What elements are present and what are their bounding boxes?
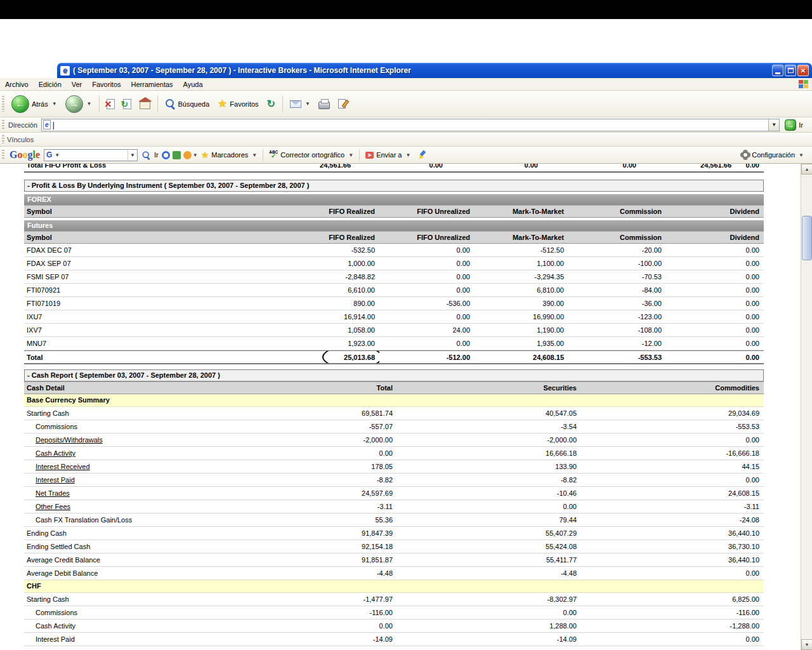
google-bookmarks-button[interactable]: ★ Marcadores ▼: [198, 148, 261, 162]
clipped-total-value: 0.00: [542, 164, 641, 171]
value-cell: -24.08: [581, 514, 764, 526]
cash-row-starting-cash: Starting Cash-1,477.97-8,302.976,825.00: [24, 593, 764, 606]
send-to-button[interactable]: ➤ Enviar a ▼: [362, 148, 414, 162]
cash-detail-label: Commissions: [24, 420, 214, 433]
address-bar-grip[interactable]: [2, 120, 4, 129]
minimize-icon: [775, 72, 780, 74]
google-search-dropdown[interactable]: ▼: [128, 150, 137, 161]
google-settings-button[interactable]: Configuración ▼: [738, 148, 807, 162]
cash-detail-link[interactable]: Interest Paid: [24, 474, 214, 486]
value-cell: -557.07: [214, 420, 397, 433]
google-autolink-icon[interactable]: [173, 151, 181, 159]
clipped-total-fifo-row: Total FIFO Profit & Loss24,561.660.000.0…: [24, 164, 764, 173]
value-cell: 55.36: [214, 514, 397, 526]
google-more-dropdown-icon[interactable]: ▼: [193, 152, 198, 158]
cash-detail-link[interactable]: Other Fees: [24, 500, 214, 513]
google-logo-letter: e: [36, 149, 40, 160]
go-button[interactable]: → Ir: [785, 119, 803, 131]
value-cell: 6,825.00: [581, 593, 764, 606]
search-button[interactable]: Búsqueda: [161, 93, 214, 116]
send-to-label: Enviar a: [376, 151, 402, 159]
cash-detail-link[interactable]: Interest Received: [24, 460, 214, 473]
refresh-button[interactable]: ↻: [119, 93, 135, 116]
toolbar-grip[interactable]: [2, 96, 4, 112]
value-cell: -10.46: [397, 487, 581, 500]
value-cell: -536.00: [379, 297, 475, 310]
google-more-icon[interactable]: [183, 151, 192, 159]
value-cell: -84.00: [568, 284, 666, 296]
cash-detail-label: Cash FX Translation Gain/Loss: [24, 514, 214, 526]
menu-ver[interactable]: Ver: [67, 78, 88, 91]
history-button[interactable]: ↻: [263, 93, 279, 116]
scroll-down-button[interactable]: ▼: [801, 639, 812, 650]
value-cell: 0.00: [379, 257, 475, 270]
cash-detail-link[interactable]: Net Trades: [24, 487, 214, 500]
google-g-dropdown-icon[interactable]: ▼: [55, 152, 60, 158]
address-dropdown-button[interactable]: ▼: [768, 119, 779, 131]
forward-dropdown-icon[interactable]: ▼: [87, 101, 92, 107]
spellcheck-dropdown-icon[interactable]: ▼: [348, 152, 353, 158]
links-bar-grip[interactable]: [2, 135, 4, 143]
cash-detail-label: Interest Paid: [24, 633, 214, 646]
value-cell: 0.00: [581, 434, 764, 446]
scrollbar-thumb[interactable]: [802, 216, 812, 260]
value-cell: -8.82: [214, 474, 397, 486]
google-toolbar-grip[interactable]: [2, 150, 4, 160]
cash-row-interest-received: Interest Received178.05133.9044.15: [24, 460, 764, 474]
favorites-button[interactable]: ★ Favoritos: [214, 93, 263, 116]
highlighter-icon[interactable]: [417, 150, 426, 160]
toolbar-separator: [282, 95, 283, 113]
value-cell: -3,294.35: [475, 270, 568, 283]
mail-button[interactable]: ▼: [286, 93, 314, 116]
symbol-cell: MNU7: [24, 337, 284, 350]
page-content: Total FIFO Profit & Loss24,561.660.000.0…: [0, 164, 801, 650]
back-dropdown-icon[interactable]: ▼: [52, 101, 57, 107]
back-button[interactable]: ← Atrás ▼: [8, 93, 61, 116]
cash-row-commissions: Commissions-116.000.00-116.00: [24, 606, 764, 620]
cash-detail-link[interactable]: Cash Activity: [24, 447, 214, 460]
value-cell: 0.00: [379, 270, 475, 283]
stop-button[interactable]: ✕: [103, 93, 119, 116]
spellcheck-button[interactable]: ABC✓ Corrector ortográfico ▼: [266, 148, 357, 162]
bookmarks-dropdown-icon[interactable]: ▼: [252, 152, 257, 158]
pnl-row-mnu7: MNU71,923.000.001,935.00-12.000.00: [24, 337, 764, 350]
menu-archivo[interactable]: Archivo: [0, 78, 34, 91]
cash-detail-label: Commissions: [24, 606, 214, 619]
menu-favoritos[interactable]: Favoritos: [87, 78, 126, 91]
value-cell: -116.00: [581, 606, 764, 619]
menu-herramientas[interactable]: Herramientas: [126, 78, 178, 91]
close-button[interactable]: ✕: [797, 65, 809, 76]
minimize-button[interactable]: [772, 65, 783, 76]
google-go-button[interactable]: Ir: [138, 148, 162, 162]
forward-button[interactable]: → ▼: [62, 93, 96, 116]
total-value: -553.53: [638, 354, 662, 361]
home-icon: [140, 102, 150, 109]
cash-detail-link[interactable]: Deposits/Withdrawals: [24, 434, 214, 446]
menu-edici-n[interactable]: Edición: [34, 78, 67, 91]
vertical-scrollbar[interactable]: ▲ ▼: [801, 164, 812, 650]
scroll-up-button[interactable]: ▲: [801, 164, 812, 175]
value-cell: 91,851.87: [214, 554, 397, 566]
settings-dropdown-icon[interactable]: ▼: [799, 152, 804, 158]
maximize-button[interactable]: [785, 65, 796, 76]
google-search-box[interactable]: G ▼ ▼: [44, 149, 138, 161]
value-cell: 390.00: [475, 297, 568, 310]
send-to-dropdown-icon[interactable]: ▼: [405, 152, 410, 158]
cash-row-interest-paid: Interest Paid-14.09-14.090.00: [24, 633, 764, 646]
edit-button[interactable]: [334, 93, 350, 116]
column-header-fifo-unrealized: FIFO Unrealized: [379, 206, 475, 217]
value-cell: 16,914.00: [284, 310, 379, 323]
home-button[interactable]: [136, 93, 154, 116]
pnl-row-fti071019: FTI071019890.00-536.00390.00-36.000.00: [24, 297, 764, 310]
mail-dropdown-icon[interactable]: ▼: [305, 101, 310, 107]
address-input[interactable]: e | ▼: [41, 119, 780, 131]
cash-row-net-trades: Net Trades24,597.69-10.4624,608.15: [24, 487, 764, 500]
value-cell: 0.00: [666, 337, 764, 350]
print-button[interactable]: [315, 93, 334, 116]
cash-detail-label: Ending Cash: [24, 527, 214, 540]
menu-ayuda[interactable]: Ayuda: [178, 78, 208, 91]
value-cell: 29,034.69: [581, 407, 764, 420]
screen: e ( September 03, 2007 - September 28, 2…: [0, 0, 812, 650]
menu-bar: ArchivoEdiciónVerFavoritosHerramientasAy…: [0, 78, 812, 91]
google-pagerank-icon[interactable]: [162, 151, 170, 159]
